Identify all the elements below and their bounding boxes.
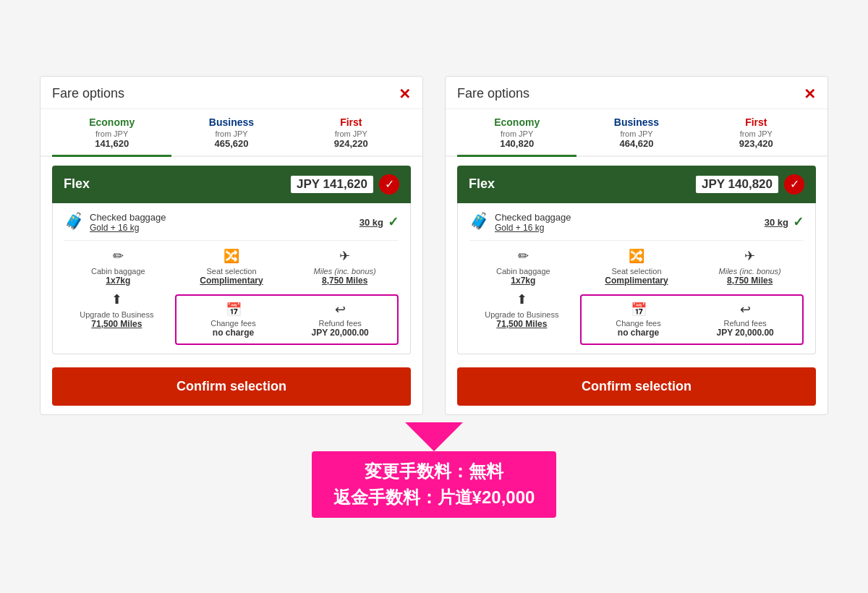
right-close-button[interactable]: ✕	[804, 85, 816, 103]
right-flex-price: JPY 140,820	[696, 176, 778, 193]
right-tab-business-name: Business	[576, 116, 696, 128]
right-feature-miles: ✈ Miles (inc. bonus) 8,750 Miles	[696, 248, 804, 286]
right-miles-icon: ✈	[696, 248, 804, 264]
right-bottom-row: ⬆ Upgrade to Business 71,500 Miles 📅 Cha…	[469, 291, 804, 345]
left-baggage-label: Checked baggage	[90, 212, 166, 223]
left-fees-box: 📅 Change fees no charge ↩ Refund fees JP…	[175, 294, 399, 345]
left-seat-icon: 🔀	[178, 248, 286, 264]
right-baggage-label: Checked baggage	[495, 212, 571, 223]
right-cabin-icon: ✏	[469, 248, 577, 264]
right-feature-cabin: ✏ Cabin baggage 1x7kg	[469, 248, 577, 286]
right-refund-fee-icon: ↩	[694, 302, 796, 317]
left-tabs-row: Economy from JPY 141,620 Business from J…	[41, 109, 422, 157]
left-baggage-left: 🧳 Checked baggage Gold + 16 kg	[64, 212, 166, 233]
right-flex-label: Flex	[469, 176, 495, 192]
left-baggage-sub: Gold + 16 kg	[90, 223, 166, 233]
right-fare-title: Fare options	[457, 86, 529, 101]
left-bottom-row: ⬆ Upgrade to Business 71,500 Miles 📅 Cha…	[64, 291, 399, 345]
left-baggage-check: ✓	[388, 214, 399, 230]
left-seat-value: Complimentary	[178, 276, 286, 286]
right-tab-first-name: First	[697, 116, 816, 128]
right-tab-first-from: from JPY	[697, 129, 816, 138]
right-flex-card: Flex JPY 140,820 ✓	[457, 166, 816, 203]
left-cabin-label: Cabin baggage	[64, 267, 172, 276]
left-feature-upgrade: ⬆ Upgrade to Business 71,500 Miles	[64, 291, 169, 345]
left-feature-cabin: ✏ Cabin baggage 1x7kg	[64, 248, 172, 286]
right-tab-first-price: 923,420	[697, 138, 816, 149]
left-tab-economy-from: from JPY	[52, 129, 171, 138]
right-tab-economy-price: 140,820	[457, 138, 576, 149]
left-fare-details: 🧳 Checked baggage Gold + 16 kg 30 kg ✓	[52, 203, 411, 354]
right-baggage-row: 🧳 Checked baggage Gold + 16 kg 30 kg ✓	[469, 212, 804, 241]
left-close-button[interactable]: ✕	[399, 85, 411, 103]
right-tab-economy-from: from JPY	[457, 129, 576, 138]
right-refund-fee-value: JPY 20,000.00	[694, 328, 796, 338]
right-change-fee-value: no charge	[587, 328, 690, 338]
right-refund-fee-label: Refund fees	[694, 319, 796, 328]
right-miles-value: 8,750 Miles	[696, 276, 804, 286]
left-fee-refund: ↩ Refund fees JPY 20,000.00	[289, 302, 391, 338]
left-tab-first-from: from JPY	[292, 129, 411, 138]
left-fare-content: Flex JPY 141,620 ✓ 🧳 Checked baggage Gol…	[41, 157, 422, 414]
left-miles-icon: ✈	[291, 248, 399, 264]
arrow-banner: 変更手数料：無料 返金手数料：片道¥20,000	[14, 422, 854, 518]
right-tab-business-from: from JPY	[576, 129, 696, 138]
right-tabs-row: Economy from JPY 140,820 Business from J…	[446, 109, 827, 157]
right-features-grid: ✏ Cabin baggage 1x7kg 🔀 Seat selection C…	[469, 248, 804, 286]
right-upgrade-value: 71,500 Miles	[469, 319, 574, 329]
right-confirm-button[interactable]: Confirm selection	[457, 367, 816, 406]
left-baggage-icon: 🧳	[64, 212, 84, 231]
left-tab-economy-name: Economy	[52, 116, 171, 128]
left-tab-business-from: from JPY	[171, 129, 291, 138]
right-baggage-left: 🧳 Checked baggage Gold + 16 kg	[469, 212, 571, 233]
right-seat-icon: 🔀	[583, 248, 691, 264]
right-change-fee-label: Change fees	[587, 319, 690, 328]
panels-row: Fare options ✕ Economy from JPY 141,620 …	[14, 76, 854, 415]
left-tab-business-price: 465,620	[171, 138, 291, 149]
left-tab-business-name: Business	[171, 116, 291, 128]
left-flex-card: Flex JPY 141,620 ✓	[52, 166, 411, 203]
left-feature-miles: ✈ Miles (inc. bonus) 8,750 Miles	[291, 248, 399, 286]
right-selected-icon: ✓	[784, 174, 804, 195]
left-change-fee-label: Change fees	[182, 319, 285, 328]
banner-line2: 返金手数料：片道¥20,000	[333, 485, 535, 511]
left-confirm-button[interactable]: Confirm selection	[52, 367, 411, 406]
left-refund-fee-label: Refund fees	[289, 319, 391, 328]
left-cabin-value: 1x7kg	[64, 276, 172, 286]
left-tab-first-price: 924,220	[292, 138, 411, 149]
left-fare-header: Fare options ✕	[41, 77, 422, 109]
right-fare-panel: Fare options ✕ Economy from JPY 140,820 …	[445, 76, 828, 415]
left-tab-economy[interactable]: Economy from JPY 141,620	[52, 116, 171, 157]
left-tab-economy-price: 141,620	[52, 138, 171, 149]
left-tab-first[interactable]: First from JPY 924,220	[292, 116, 411, 155]
left-tab-first-name: First	[292, 116, 411, 128]
left-tab-business[interactable]: Business from JPY 465,620	[171, 116, 291, 155]
right-tab-economy[interactable]: Economy from JPY 140,820	[457, 116, 576, 157]
left-fare-panel: Fare options ✕ Economy from JPY 141,620 …	[40, 76, 423, 415]
right-cabin-label: Cabin baggage	[469, 267, 577, 276]
left-miles-value: 8,750 Miles	[291, 276, 399, 286]
right-baggage-kg: 30 kg	[765, 217, 788, 228]
right-cabin-value: 1x7kg	[469, 276, 577, 286]
right-tab-first[interactable]: First from JPY 923,420	[697, 116, 816, 155]
right-upgrade-icon: ⬆	[469, 291, 574, 307]
right-fee-change: 📅 Change fees no charge	[587, 302, 690, 338]
right-baggage-check: ✓	[793, 214, 804, 230]
left-change-fee-value: no charge	[182, 328, 285, 338]
page-container: Fare options ✕ Economy from JPY 141,620 …	[0, 69, 868, 525]
right-fare-content: Flex JPY 140,820 ✓ 🧳 Checked baggage Gol…	[446, 157, 827, 414]
left-change-fee-icon: 📅	[182, 302, 285, 317]
right-tab-business[interactable]: Business from JPY 464,620	[576, 116, 696, 155]
left-feature-seat: 🔀 Seat selection Complimentary	[178, 248, 286, 286]
right-fees-box: 📅 Change fees no charge ↩ Refund fees JP…	[580, 294, 804, 345]
left-upgrade-value: 71,500 Miles	[64, 319, 169, 329]
right-upgrade-label: Upgrade to Business	[469, 310, 574, 319]
left-flex-price-area: JPY 141,620 ✓	[291, 174, 399, 195]
right-fee-refund: ↩ Refund fees JPY 20,000.00	[694, 302, 796, 338]
left-flex-label: Flex	[64, 176, 90, 192]
right-tab-business-price: 464,620	[576, 138, 696, 149]
right-feature-seat: 🔀 Seat selection Complimentary	[583, 248, 691, 286]
right-baggage-right: 30 kg ✓	[765, 214, 804, 230]
left-refund-fee-icon: ↩	[289, 302, 391, 317]
left-baggage-row: 🧳 Checked baggage Gold + 16 kg 30 kg ✓	[64, 212, 399, 241]
